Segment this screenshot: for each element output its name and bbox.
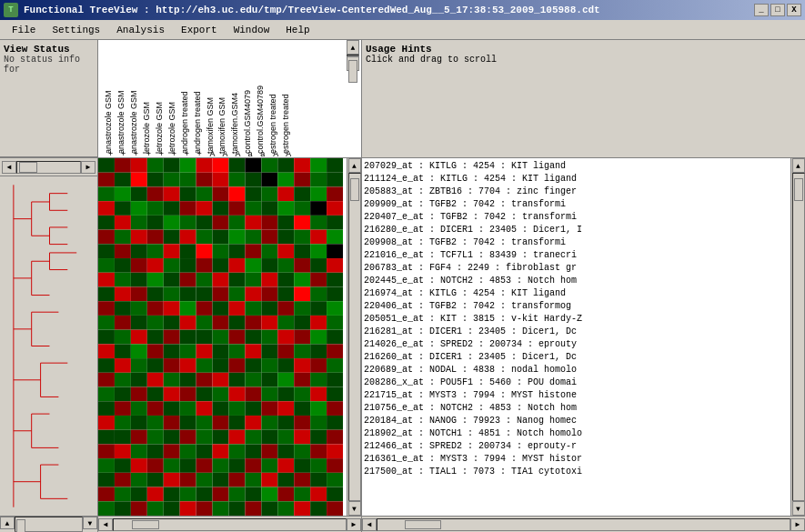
svg-rect-304: [98, 387, 115, 402]
status-scrollbar[interactable]: ◀ ▶: [0, 158, 97, 176]
menu-bar: FileSettingsAnalysisExportWindowHelp: [0, 20, 805, 40]
svg-rect-397: [147, 473, 164, 487]
gene-list-item[interactable]: 220406_at : TGFB2 : 7042 : transformog: [364, 300, 789, 313]
svg-rect-227: [310, 301, 327, 316]
svg-rect-434: [261, 501, 277, 516]
svg-rect-128: [164, 216, 180, 230]
svg-rect-291: [131, 373, 147, 387]
center-scroll-right[interactable]: ▶: [347, 518, 361, 531]
svg-rect-261: [131, 344, 147, 358]
gene-list-item[interactable]: 217500_at : TIAL1 : 7073 : TIA1 cytotoxi: [364, 466, 789, 478]
col-scroll-thumb: [348, 60, 357, 83]
center-scroll-left[interactable]: ◀: [98, 518, 113, 531]
menu-item-analysis[interactable]: Analysis: [108, 22, 173, 38]
gene-list-item[interactable]: 218902_at : NOTCH1 : 4851 : Notch homolo: [364, 427, 789, 440]
heatmap-vscrollbar[interactable]: ▲ ▼: [347, 158, 361, 516]
svg-rect-350: [115, 430, 131, 445]
scroll-track[interactable]: [16, 161, 81, 174]
gene-list-item[interactable]: 202445_e_at : NOTCH2 : 4853 : Notch hom: [364, 275, 789, 287]
gene-list-item[interactable]: 205051_e_at : KIT : 3815 : v-kit Hardy-Z: [364, 313, 789, 326]
gene-scroll-up[interactable]: ▲: [792, 158, 805, 173]
svg-rect-136: [294, 216, 310, 230]
center-scroll-track[interactable]: [113, 518, 347, 531]
center-hscrollbar[interactable]: ◀ ▶: [98, 516, 361, 532]
gene-list-item[interactable]: 214026_e_at : SPRED2 : 200734 : eprouty: [364, 338, 789, 351]
left-bottom-scrollbar[interactable]: ▲ ▼: [0, 516, 97, 532]
gene-list-item[interactable]: 220689_at : NODAL : 4838 : nodal homolo: [364, 364, 789, 376]
gene-list-item[interactable]: 216260_at : DICER1 : 23405 : Dicer1, Dc: [364, 351, 789, 364]
svg-rect-421: [294, 487, 310, 502]
right-scroll-left[interactable]: ◀: [362, 518, 377, 531]
svg-rect-187: [147, 273, 164, 287]
menu-item-help[interactable]: Help: [277, 22, 317, 38]
svg-rect-398: [164, 473, 180, 487]
svg-rect-119: [261, 201, 277, 216]
gene-list-item[interactable]: 216361_e_at : MYST3 : 7994 : MYST histor: [364, 453, 789, 466]
menu-item-export[interactable]: Export: [173, 22, 226, 38]
col-scroll-up[interactable]: ▲: [347, 40, 359, 55]
svg-rect-388: [245, 458, 261, 473]
svg-rect-260: [115, 344, 131, 358]
scroll-left-arrow[interactable]: ◀: [2, 161, 16, 174]
svg-rect-293: [164, 373, 180, 387]
menu-item-file[interactable]: File: [4, 22, 44, 38]
col-scroll-track[interactable]: [347, 55, 359, 56]
col-vscrollbar[interactable]: ▲ ▼: [347, 40, 361, 157]
heatmap-scroll-track[interactable]: [348, 173, 361, 501]
gene-list-item[interactable]: 212466_at : SPRED2 : 200734 : eprouty-r: [364, 440, 789, 453]
heatmap-scroll-down[interactable]: ▼: [348, 501, 361, 516]
gene-list-item[interactable]: 216974_at : KITLG : 4254 : KIT ligand: [364, 287, 789, 300]
minimize-button[interactable]: _: [754, 4, 769, 16]
gene-list-item[interactable]: 221016_e_at : TCF7L1 : 83439 : tranecri: [364, 249, 789, 262]
gene-scroll-track[interactable]: [792, 173, 805, 501]
menu-item-window[interactable]: Window: [226, 22, 278, 38]
svg-rect-283: [245, 358, 261, 373]
svg-rect-155: [115, 244, 131, 258]
gene-list-item[interactable]: 207029_at : KITLG : 4254 : KIT ligand: [364, 160, 789, 173]
right-scroll-right[interactable]: ▶: [790, 518, 805, 531]
gene-list-item[interactable]: 210756_e_at : NOTCH2 : 4853 : Notch hom: [364, 402, 789, 415]
usage-hints-panel: Usage Hints Click and drag to scroll: [362, 40, 805, 158]
right-scroll-track[interactable]: [377, 518, 790, 531]
gene-list-item[interactable]: 205883_at : ZBTB16 : 7704 : zinc finger: [364, 186, 789, 198]
svg-rect-193: [245, 273, 261, 287]
right-hscrollbar[interactable]: ◀ ▶: [362, 516, 805, 532]
menu-item-settings[interactable]: Settings: [44, 22, 108, 38]
maximize-button[interactable]: □: [770, 4, 785, 16]
svg-rect-309: [180, 387, 196, 402]
gene-list-item[interactable]: 211124_e_at : KITLG : 4254 : KIT ligand: [364, 173, 789, 186]
gene-list-item[interactable]: 220407_e_at : TGFB2 : 7042 : transformi: [364, 211, 789, 224]
tree-scroll-up[interactable]: ▲: [0, 517, 15, 529]
svg-rect-343: [245, 416, 261, 430]
svg-rect-72: [228, 158, 245, 173]
gene-vscrollbar[interactable]: ▲ ▼: [790, 158, 805, 516]
gene-list-item[interactable]: 216281_at : DICER1 : 23405 : Dicer1, Dc: [364, 326, 789, 338]
gene-list-item[interactable]: 221715_at : MYST3 : 7994 : MYST histone: [364, 389, 789, 402]
svg-rect-208: [245, 286, 261, 301]
svg-rect-134: [261, 216, 277, 230]
svg-text:+: +: [197, 149, 202, 157]
svg-rect-113: [164, 201, 180, 216]
gene-list-item[interactable]: 208286_x_at : POU5F1 : 5460 : POU domai: [364, 376, 789, 389]
svg-rect-357: [228, 430, 245, 445]
gene-list-item[interactable]: 220184_at : NANOG : 79923 : Nanog homec: [364, 415, 789, 427]
gene-list-item[interactable]: 206783_at : FGF4 : 2249 : fibroblast gr: [364, 262, 789, 275]
gene-scroll-down[interactable]: ▼: [792, 501, 805, 516]
svg-rect-286: [294, 358, 310, 373]
tree-scroll-down[interactable]: ▼: [83, 517, 97, 529]
gene-list-item[interactable]: 209908_at : TGFB2 : 7042 : transformi: [364, 236, 789, 249]
heatmap-scroll-up[interactable]: ▲: [348, 158, 361, 173]
svg-rect-364: [98, 444, 115, 458]
svg-rect-335: [115, 416, 131, 430]
svg-rect-377: [310, 444, 327, 458]
gene-list-item[interactable]: 209909_at : TGFB2 : 7042 : transformi: [364, 198, 789, 211]
gene-list-item[interactable]: 216280_e_at : DICER1 : 23405 : Dicer1, I: [364, 224, 789, 236]
scroll-right-arrow[interactable]: ▶: [81, 161, 96, 174]
svg-rect-385: [196, 458, 213, 473]
svg-rect-241: [294, 316, 310, 330]
svg-rect-159: [180, 244, 196, 258]
scroll-thumb[interactable]: [19, 162, 37, 173]
close-button[interactable]: X: [787, 4, 801, 16]
svg-rect-192: [228, 273, 245, 287]
svg-rect-358: [245, 430, 261, 445]
